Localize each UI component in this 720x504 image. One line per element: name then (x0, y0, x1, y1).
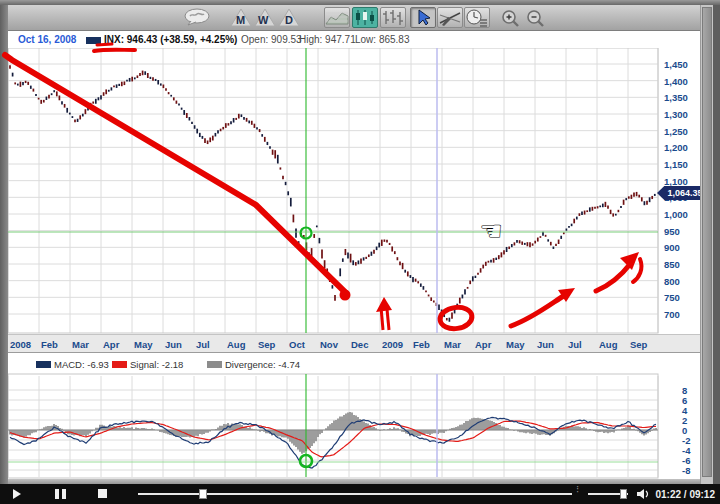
quote-bar: Oct 16, 2008 INX: 946.43 (+38.59, +4.25%… (8, 31, 700, 48)
speech-bubble-icon (183, 8, 211, 27)
price-y-label: 800 (664, 276, 680, 287)
draw-tool-button[interactable] (437, 7, 463, 28)
clock-icon (465, 8, 489, 27)
macd-legend: MACD: -6.93Signal: -2.18Divergence: -4.7… (8, 356, 700, 373)
monthly-label: M (236, 14, 245, 26)
price-y-label: 1,300 (664, 109, 688, 120)
progress-handle[interactable] (199, 489, 207, 499)
legend-label: MACD: -6.93 (54, 359, 109, 370)
x-axis-label: Aug (599, 339, 617, 350)
price-y-label: 1,400 (664, 76, 688, 87)
speaker-icon[interactable] (636, 488, 650, 500)
play-button[interactable] (13, 489, 21, 499)
daily-button[interactable]: D (278, 7, 301, 28)
symbol-quote: INX: 946.43 (+38.59, +4.25%) (104, 34, 237, 45)
legend-swatch (207, 361, 222, 368)
x-axis-label: Aug (227, 339, 245, 350)
x-axis-label: Feb (413, 339, 430, 350)
ohlc-bars-icon (381, 8, 405, 27)
x-axis-label: Jun (537, 339, 554, 350)
x-axis-label: Feb (41, 339, 58, 350)
trendlines-icon (438, 8, 462, 27)
line-chart-button[interactable] (324, 7, 350, 28)
x-axis-label: 2009 (382, 339, 403, 350)
volume-handle[interactable] (620, 489, 627, 499)
x-axis-label: Apr (103, 339, 119, 350)
weekly-mountain-icon: W (254, 7, 277, 28)
price-y-label: 1,450 (664, 59, 688, 70)
legend-label: Divergence: -4.74 (225, 359, 300, 370)
ohlc-chart-button[interactable] (380, 7, 406, 28)
x-axis-label: Jul (196, 339, 210, 350)
price-series-swatch (86, 37, 101, 44)
price-y-label: 1,350 (664, 92, 688, 103)
window-frame-right (713, 5, 720, 484)
zoom-out-button[interactable] (525, 9, 547, 28)
x-axis-label: Apr (475, 339, 491, 350)
weekly-button[interactable]: W (254, 7, 277, 28)
cursor-icon (411, 8, 435, 27)
macd-panel[interactable]: 86420-2-4-6-8 (8, 373, 700, 479)
price-y-label: 750 (664, 292, 680, 303)
x-axis-label: 2008 (10, 339, 31, 350)
price-y-label: 700 (664, 309, 680, 320)
price-y-label: 1,150 (664, 159, 688, 170)
weekly-label: W (258, 14, 269, 26)
quote-high: High: 947.71 (299, 34, 356, 45)
x-axis-strip: 2008FebMarAprMayJunJulAugSepOctNovDec200… (8, 334, 700, 353)
quote-date: Oct 16, 2008 (18, 34, 76, 45)
price-y-label: 900 (664, 242, 680, 253)
stop-button[interactable] (98, 489, 107, 498)
x-axis-label: May (506, 339, 524, 350)
monthly-mountain-icon: M (230, 7, 253, 28)
comment-button[interactable] (183, 8, 211, 27)
x-axis-label: Mar (72, 339, 89, 350)
x-axis-label: Nov (320, 339, 338, 350)
zoom-in-icon (500, 9, 522, 28)
candlestick-icon (353, 8, 377, 27)
price-chart-canvas[interactable] (8, 48, 700, 334)
window-frame-left (0, 5, 8, 484)
legend-swatch (36, 361, 51, 368)
daily-mountain-icon: D (278, 7, 301, 28)
quote-low: Low: 865.83 (355, 34, 410, 45)
x-axis-label: May (134, 339, 152, 350)
video-player-bar: ⁝ 01:22 / 09:12 (0, 484, 720, 504)
x-axis-label: Jun (165, 339, 182, 350)
price-y-label: 1,200 (664, 142, 688, 153)
x-axis-label: Oct (289, 339, 305, 350)
chart-toolbar: M W D (8, 5, 700, 31)
legend-label: Signal: -2.18 (130, 359, 183, 370)
candlestick-chart-button[interactable] (352, 7, 378, 28)
zoom-in-button[interactable] (500, 9, 522, 28)
x-axis-label: Sep (630, 339, 647, 350)
x-axis-label: Sep (258, 339, 275, 350)
price-y-label: 950 (664, 226, 680, 237)
macd-y-label: -8 (682, 465, 690, 476)
window-scrollbar[interactable] (700, 5, 713, 484)
time-tool-button[interactable] (464, 7, 490, 28)
scrollbar-thumb[interactable] (702, 7, 712, 477)
x-axis-label: Jul (568, 339, 582, 350)
legend-swatch (112, 361, 127, 368)
area-chart-icon (325, 8, 349, 27)
zoom-out-icon (525, 9, 547, 28)
cursor-tool-button[interactable] (410, 7, 436, 28)
player-divider: ⁝ (576, 487, 579, 492)
price-chart-panel[interactable]: 1,4501,4001,3501,3001,2501,2001,1501,100… (8, 48, 700, 334)
quote-open: Open: 909.53 (241, 34, 302, 45)
x-axis-label: Dec (351, 339, 368, 350)
x-axis-label: Mar (444, 339, 461, 350)
pause-button[interactable] (55, 489, 59, 499)
price-y-label: 1,250 (664, 126, 688, 137)
price-y-label: 1,000 (664, 209, 688, 220)
monthly-button[interactable]: M (230, 7, 253, 28)
macd-canvas[interactable] (8, 373, 700, 479)
playback-time: 01:22 / 09:12 (656, 489, 716, 500)
daily-label: D (285, 14, 293, 26)
price-y-label: 850 (664, 259, 680, 270)
price-y-label: 1,100 (664, 176, 688, 187)
pause-button-bar[interactable] (62, 489, 66, 499)
